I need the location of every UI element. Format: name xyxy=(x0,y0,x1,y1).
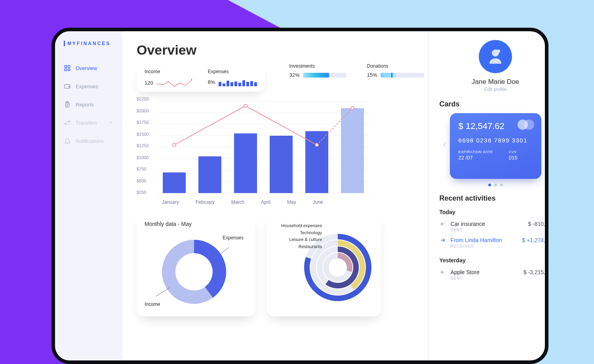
sidebar-item-transfers[interactable]: Transfers xyxy=(55,114,122,132)
profile-block: Jane Marie Doe Edit profile xyxy=(440,40,548,92)
card-number: 6698 0236 7899 3301 xyxy=(459,137,533,144)
activity-item[interactable]: Apple Store SENT $ -3,215.50 xyxy=(440,267,548,283)
activities-title: Recent activities xyxy=(440,194,548,203)
svg-rect-0 xyxy=(65,65,67,67)
donut-label-income: Income xyxy=(145,301,160,307)
activity-sub: SENT xyxy=(451,276,520,281)
sidebar-item-label: Reports xyxy=(76,102,94,108)
activity-amount: $ -810.50 xyxy=(528,221,548,227)
sidebar-item-reports[interactable]: Reports xyxy=(55,95,122,114)
page-title: Overview xyxy=(137,42,424,58)
svg-point-25 xyxy=(315,143,318,146)
sidebar-item-label: Transfers xyxy=(76,120,97,126)
mastercard-icon xyxy=(518,119,534,130)
monthly-title: Monthly data - May xyxy=(145,221,248,227)
bell-icon xyxy=(64,137,71,144)
person-icon xyxy=(486,47,505,66)
card-cvv: 015 xyxy=(509,155,518,161)
arrow-left-icon xyxy=(440,221,447,229)
card-pager-dots[interactable] xyxy=(440,184,548,186)
expenses-sparkbars xyxy=(219,78,257,86)
overview-chart: $2250$2000$1750$1500$1250 $1000$750$500$… xyxy=(137,99,370,205)
svg-point-23 xyxy=(173,143,176,146)
wallet-icon xyxy=(64,83,71,90)
svg-rect-22 xyxy=(341,108,364,193)
card-exp-label: EXPIRATION DATE xyxy=(459,150,493,154)
kpi-investments-value: 32% xyxy=(289,72,300,78)
right-column: Jane Marie Doe Edit profile Cards $ 12,5… xyxy=(428,31,548,360)
sunburst-panel: Household expenses Technology Leisure & … xyxy=(267,214,381,317)
income-sparkline xyxy=(156,78,192,88)
arrow-left-icon xyxy=(440,269,447,277)
svg-rect-18 xyxy=(198,156,221,193)
svg-rect-2 xyxy=(65,69,67,71)
activity-amount: $ -3,215.50 xyxy=(524,269,548,275)
activity-group-title: Today xyxy=(440,209,548,215)
kpi-donations-value: 15% xyxy=(367,72,377,78)
main-content: Overview Income 120 Expenses xyxy=(122,31,428,360)
tablet-frame: MYFINANCES Overview Expenses xyxy=(51,28,548,364)
activity-amount: $ +1,274.94 xyxy=(522,237,548,243)
kpi-expenses-label: Expenses xyxy=(208,69,257,74)
donations-bar xyxy=(381,73,424,78)
brand-logo: MYFINANCES xyxy=(55,41,122,46)
kpi-income-value: 120 xyxy=(145,80,153,86)
card-exp: 22 /07 xyxy=(459,155,493,161)
card-next-button[interactable] xyxy=(541,138,548,154)
svg-rect-19 xyxy=(234,133,257,193)
card-cvv-label: CVV xyxy=(509,150,518,154)
activity-item[interactable]: Car insurance SENT $ -810.50 xyxy=(440,218,548,235)
kpi-card-income-expenses: Income 120 Expenses 6% xyxy=(137,63,265,92)
kpi-expenses-value: 6% xyxy=(208,79,215,85)
monthly-data-panel: Monthly data - May Expenses Incom xyxy=(137,214,255,317)
kpi-donations-label: Donations xyxy=(367,63,424,69)
svg-line-29 xyxy=(156,288,169,296)
sidebar-item-overview[interactable]: Overview xyxy=(55,59,122,77)
svg-point-35 xyxy=(497,49,500,53)
svg-point-24 xyxy=(244,104,247,108)
monthly-donut xyxy=(145,230,248,305)
activity-title: Car insurance xyxy=(451,221,524,227)
activity-sub: SENT xyxy=(451,228,524,232)
chevron-down-icon xyxy=(108,119,114,126)
arrow-right-icon xyxy=(440,237,447,245)
activity-title: Apple Store xyxy=(451,269,520,275)
profile-name: Jane Marie Doe xyxy=(440,78,548,86)
activity-item[interactable]: From Linda Hamilton RECEIVED $ +1,274.94 xyxy=(440,235,548,251)
kpi-income-label: Income xyxy=(145,69,192,74)
activity-group-title: Yesterday xyxy=(440,257,548,264)
sidebar-item-label: Expenses xyxy=(76,83,98,89)
svg-rect-20 xyxy=(270,136,293,193)
svg-rect-17 xyxy=(163,173,186,193)
sunburst-legend: Household expenses Technology Leisure & … xyxy=(270,222,322,250)
avatar[interactable] xyxy=(479,40,512,73)
clipboard-icon xyxy=(64,101,71,108)
sidebar: MYFINANCES Overview Expenses xyxy=(55,31,122,360)
sidebar-item-expenses[interactable]: Expenses xyxy=(55,77,122,95)
activity-title: From Linda Hamilton xyxy=(451,237,518,243)
svg-point-3 xyxy=(68,69,70,71)
donut-label-expenses: Expenses xyxy=(223,235,244,241)
svg-rect-1 xyxy=(68,65,70,67)
card-prev-button[interactable] xyxy=(440,138,450,154)
activity-sub: RECEIVED xyxy=(451,244,518,248)
brand-text: MYFINANCES xyxy=(67,41,110,46)
investments-bar xyxy=(303,73,346,78)
chart-x-ticks: JanuaryFebruaryMarchAprilMayJune xyxy=(162,199,370,205)
dashboard-icon xyxy=(64,64,71,72)
sidebar-item-notifications[interactable]: Notifications xyxy=(55,132,122,150)
sidebar-item-label: Notifications xyxy=(76,138,104,144)
edit-profile-link[interactable]: Edit profile xyxy=(440,87,548,92)
svg-point-26 xyxy=(351,106,354,110)
transfers-icon xyxy=(64,119,71,126)
kpi-investments-label: Investments xyxy=(289,63,346,69)
chart-y-ticks: $2250$2000$1750$1500$1250 $1000$750$500$… xyxy=(137,99,149,192)
credit-card[interactable]: $ 12,547.62 6698 0236 7899 3301 EXPIRATI… xyxy=(450,113,541,179)
sidebar-item-label: Overview xyxy=(76,65,97,71)
cards-section-title: Cards xyxy=(440,100,548,108)
